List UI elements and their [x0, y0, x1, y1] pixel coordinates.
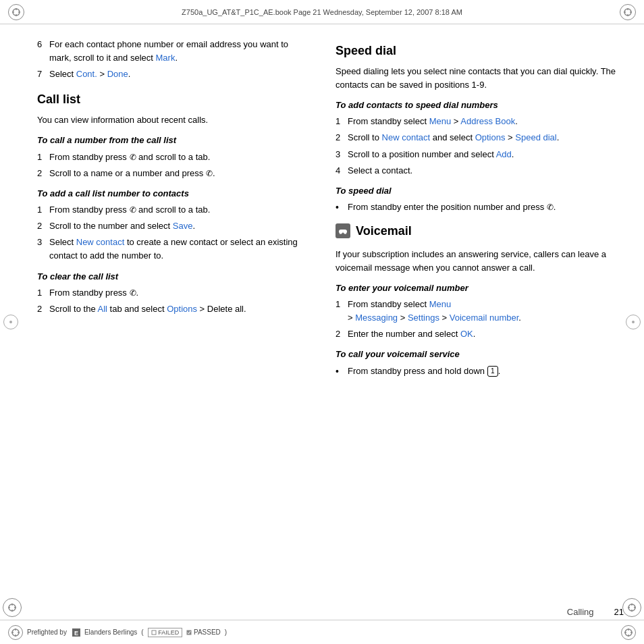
- s4-step-3: 3 Scroll to a position number and select…: [336, 148, 617, 161]
- s2-step-1-text: From standby press ✆ and scroll to a tab…: [49, 203, 308, 217]
- s4-step-2-num: 2: [336, 131, 348, 144]
- done-link: Done: [107, 69, 128, 79]
- menu-link-2: Menu: [429, 299, 452, 309]
- right-column: Speed dial Speed dialing lets you select…: [322, 24, 644, 620]
- step-6-text: For each contact phone number or email a…: [49, 38, 308, 65]
- content-area: 6 For each contact phone number or email…: [0, 24, 644, 620]
- options-link: Options: [167, 304, 197, 314]
- svg-rect-22: [341, 230, 345, 232]
- svg-rect-24: [344, 233, 346, 234]
- step-7-text: Select Cont. > Done.: [49, 68, 308, 81]
- save-link: Save: [173, 221, 193, 231]
- cont-link: Cont.: [76, 69, 97, 79]
- section6-title: To enter your voicemail number: [336, 281, 617, 295]
- company-name: Elanders Berlings: [84, 628, 137, 636]
- s6-step-1-num: 1: [336, 298, 348, 325]
- s2-step-2-text: Scroll to the number and select Save.: [49, 219, 308, 233]
- call-icon-4: ✆: [130, 287, 136, 300]
- s4-step-1: 1 From standby select Menu > Address Boo…: [336, 115, 617, 128]
- speed-dial-intro: Speed dialing lets you select nine conta…: [336, 65, 617, 92]
- s4-step-3-text: Scroll to a position number and select A…: [348, 148, 617, 161]
- ok-link: OK: [460, 329, 473, 339]
- address-book-link: Address Book: [460, 116, 515, 126]
- call-icon-2: ✆: [206, 167, 213, 180]
- s4-step-2: 2 Scroll to New contact and select Optio…: [336, 131, 617, 144]
- section3-title: To clear the call list: [37, 270, 308, 284]
- bullet-sym-2: •: [336, 365, 348, 379]
- menu-link-1: Menu: [429, 116, 452, 126]
- s1-step-2-text: Scroll to a name or a number and press ✆…: [49, 167, 308, 180]
- voicemail-section-header: Voicemail: [336, 222, 617, 245]
- speed-dial-title: Speed dial: [336, 42, 617, 61]
- s2-step-2: 2 Scroll to the number and select Save.: [37, 219, 308, 233]
- s4-step-3-num: 3: [336, 148, 348, 161]
- s4-step-1-text: From standby select Menu > Address Book.: [348, 115, 617, 128]
- voicemail-number-link: Voicemail number: [450, 313, 519, 323]
- section4-title: To add contacts to speed dial numbers: [336, 99, 617, 112]
- step-7-num: 7: [37, 68, 49, 81]
- svg-rect-42: [152, 630, 156, 635]
- messaging-link: Messaging: [355, 313, 398, 323]
- call-icon-3: ✆: [130, 204, 136, 217]
- s3-step-1-text: From standby press ✆.: [49, 286, 308, 300]
- s2-step-2-num: 2: [37, 219, 49, 233]
- call-icon-1: ✆: [130, 151, 136, 164]
- footer-left: Prefighted by E Elanders Berlings ( FAIL…: [8, 625, 621, 640]
- elanders-logo: E Elanders Berlings: [71, 627, 137, 638]
- voicemail-intro: If your subscription includes an answeri…: [336, 248, 617, 275]
- svg-text:E: E: [74, 630, 78, 637]
- bullet-sym-1: •: [336, 200, 348, 215]
- header-text: Z750a_UG_AT&T_P1C_AE.book Page 21 Wednes…: [24, 8, 620, 16]
- corner-mark-bl: [0, 595, 24, 620]
- s4-step-1-num: 1: [336, 115, 348, 128]
- s1-step-2: 2 Scroll to a name or a number and press…: [37, 167, 308, 180]
- step-6-num: 6: [37, 38, 49, 65]
- footer-corner-right: [621, 625, 636, 640]
- add-link: Add: [496, 149, 512, 159]
- s4-step-2-text: Scroll to New contact and select Options…: [348, 131, 617, 144]
- s6-step-2-num: 2: [336, 327, 348, 341]
- s6-step-2-text: Enter the number and select OK.: [348, 327, 617, 341]
- s4-step-4-text: Select a contact.: [348, 164, 617, 178]
- s2-step-1: 1 From standby press ✆ and scroll to a t…: [37, 203, 308, 217]
- footer-bar: Prefighted by E Elanders Berlings ( FAIL…: [0, 620, 644, 644]
- new-contact-link-2: New contact: [382, 132, 431, 142]
- s7-bullet: • From standby press and hold down 1.: [336, 365, 617, 379]
- s2-step-1-num: 1: [37, 203, 49, 217]
- header-corner-right: [620, 4, 636, 20]
- s3-step-2-text: Scroll to the All tab and select Options…: [49, 302, 308, 316]
- svg-rect-23: [340, 233, 342, 234]
- voicemail-icon: [336, 223, 350, 238]
- mark-link: Mark: [156, 53, 176, 63]
- step-6: 6 For each contact phone number or email…: [37, 38, 308, 65]
- s1-step-1-num: 1: [37, 151, 49, 164]
- header-bar: Z750a_UG_AT&T_P1C_AE.book Page 21 Wednes…: [0, 0, 644, 24]
- step-7: 7 Select Cont. > Done.: [37, 68, 308, 81]
- header-corner-left: [8, 4, 24, 20]
- s3-step-1-num: 1: [37, 286, 49, 300]
- s2-step-3-num: 3: [37, 236, 49, 263]
- close-paren: ): [225, 628, 227, 636]
- all-link: All: [98, 304, 107, 314]
- s1-step-1: 1 From standby press ✆ and scroll to a t…: [37, 151, 308, 164]
- s3-step-2-num: 2: [37, 302, 49, 316]
- failed-label: FAILED: [148, 628, 183, 637]
- new-contact-link: New contact: [76, 237, 125, 247]
- call-icon-5: ✆: [547, 201, 554, 214]
- options-link-2: Options: [475, 132, 506, 142]
- s2-step-3-text: Select New contact to create a new conta…: [49, 236, 308, 263]
- s3-step-2: 2 Scroll to the All tab and select Optio…: [37, 302, 308, 316]
- voicemail-title: Voicemail: [356, 222, 412, 241]
- s1-step-2-num: 2: [37, 167, 49, 180]
- settings-link: Settings: [408, 313, 439, 323]
- s2-step-3: 3 Select New contact to create a new con…: [37, 236, 308, 263]
- passed-label-box: PASSED: [186, 628, 221, 636]
- corner-mark-br: [620, 595, 644, 620]
- speed-dial-link: Speed dial: [515, 132, 556, 142]
- s4-step-4-num: 4: [336, 164, 348, 178]
- num-key-1: 1: [487, 366, 498, 377]
- call-list-intro: You can view information about recent ca…: [37, 113, 308, 127]
- s5-bullet-text: From standby enter the position number a…: [348, 200, 556, 215]
- left-column: 6 For each contact phone number or email…: [0, 24, 322, 620]
- footer-corner-left: [8, 625, 23, 640]
